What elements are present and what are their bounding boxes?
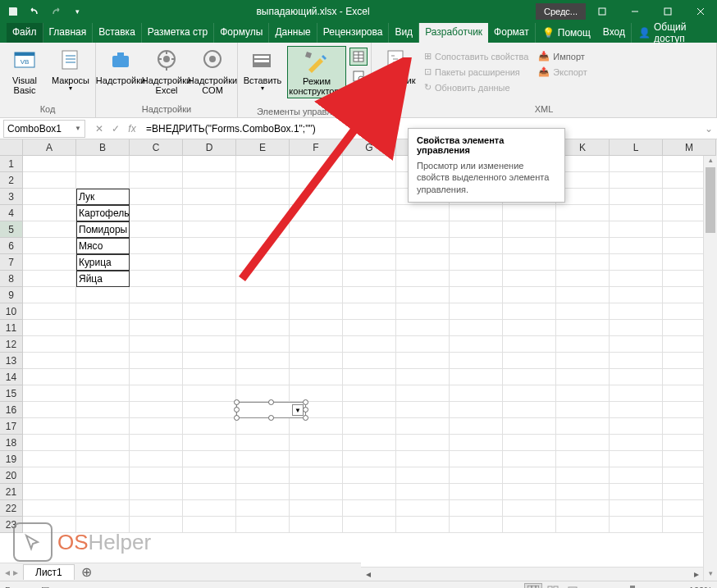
cell[interactable] — [183, 418, 236, 435]
cell[interactable] — [290, 517, 343, 533]
row-header[interactable]: 11 — [0, 320, 23, 336]
cell[interactable] — [396, 402, 450, 418]
zoom-level[interactable]: 100% — [689, 586, 712, 589]
page-layout-view-icon[interactable] — [544, 583, 562, 589]
cell[interactable] — [290, 451, 343, 467]
cell[interactable] — [183, 238, 236, 254]
addins-button[interactable]: Надстройки — [99, 46, 142, 87]
cell[interactable] — [503, 271, 556, 287]
cell[interactable] — [23, 287, 76, 303]
cell[interactable] — [130, 500, 183, 517]
row-header[interactable]: 3 — [0, 189, 23, 205]
cell[interactable] — [556, 238, 610, 254]
cell[interactable] — [183, 336, 236, 353]
cell[interactable] — [610, 320, 663, 336]
cell[interactable] — [450, 402, 503, 418]
cell[interactable] — [290, 385, 343, 402]
cell[interactable] — [290, 271, 343, 287]
cell[interactable] — [236, 205, 290, 221]
cell[interactable] — [503, 254, 556, 271]
cell[interactable] — [450, 353, 503, 369]
cell[interactable] — [343, 205, 396, 221]
scroll-down-icon[interactable]: ▾ — [704, 569, 717, 581]
cell[interactable] — [610, 418, 663, 435]
cell[interactable] — [183, 287, 236, 303]
cell[interactable] — [450, 303, 503, 320]
cell[interactable] — [610, 189, 663, 205]
cell[interactable] — [396, 336, 450, 353]
cell[interactable] — [610, 254, 663, 271]
col-header[interactable]: G — [343, 139, 396, 156]
cell[interactable] — [503, 500, 556, 517]
cell[interactable] — [290, 418, 343, 435]
contextual-tab-label[interactable]: Средс... — [536, 3, 586, 20]
row-header[interactable]: 8 — [0, 271, 23, 287]
cell[interactable] — [130, 451, 183, 467]
cell[interactable] — [130, 254, 183, 271]
cell[interactable] — [76, 385, 130, 402]
cell[interactable] — [183, 156, 236, 172]
cell[interactable] — [23, 500, 76, 517]
cell[interactable]: Курица — [76, 254, 130, 271]
cell[interactable] — [236, 418, 290, 435]
cell[interactable] — [556, 451, 610, 467]
cell[interactable] — [450, 287, 503, 303]
cell[interactable] — [23, 238, 76, 254]
excel-addins-button[interactable]: Надстройки Excel — [145, 46, 188, 97]
cell[interactable] — [450, 385, 503, 402]
row-header[interactable]: 7 — [0, 254, 23, 271]
cell[interactable] — [23, 451, 76, 467]
cell[interactable] — [290, 156, 343, 172]
col-header[interactable]: E — [236, 139, 290, 156]
cell[interactable] — [396, 369, 450, 385]
cell[interactable] — [290, 287, 343, 303]
cell[interactable] — [396, 320, 450, 336]
cell[interactable] — [503, 336, 556, 353]
horizontal-scrollbar[interactable]: ◂ ▸ — [361, 567, 703, 581]
macros-button[interactable]: Макросы ▾ — [49, 46, 92, 94]
cell[interactable] — [450, 418, 503, 435]
cell[interactable] — [130, 484, 183, 500]
cell[interactable] — [610, 451, 663, 467]
cell[interactable] — [450, 320, 503, 336]
cell[interactable] — [396, 254, 450, 271]
refresh-button[interactable]: ↻Обновить данные — [421, 80, 532, 94]
tell-me[interactable]: 💡Помощ — [536, 23, 597, 43]
row-header[interactable]: 14 — [0, 369, 23, 385]
cell[interactable] — [450, 435, 503, 451]
col-header[interactable]: B — [76, 139, 130, 156]
sheet-tab[interactable]: Лист1 — [23, 564, 75, 580]
row-header[interactable]: 16 — [0, 402, 23, 418]
cell[interactable]: Мясо — [76, 238, 130, 254]
cell[interactable] — [236, 484, 290, 500]
cell[interactable] — [556, 402, 610, 418]
cell[interactable] — [396, 221, 450, 238]
sheet-prev-icon[interactable]: ◂ — [5, 567, 10, 578]
cell[interactable] — [610, 172, 663, 189]
cell[interactable] — [290, 336, 343, 353]
properties-button[interactable] — [349, 48, 368, 66]
cell[interactable] — [450, 517, 503, 533]
cell[interactable] — [183, 189, 236, 205]
cell[interactable] — [236, 172, 290, 189]
row-header[interactable]: 22 — [0, 500, 23, 517]
cell[interactable] — [556, 517, 610, 533]
resize-handle[interactable] — [303, 399, 308, 405]
cell[interactable] — [130, 172, 183, 189]
cell[interactable] — [556, 287, 610, 303]
row-header[interactable]: 6 — [0, 238, 23, 254]
cell[interactable] — [556, 254, 610, 271]
cell[interactable] — [290, 221, 343, 238]
cell[interactable] — [236, 517, 290, 533]
cell[interactable] — [23, 385, 76, 402]
cell[interactable] — [503, 320, 556, 336]
resize-handle[interactable] — [303, 407, 308, 413]
select-all-corner[interactable] — [0, 139, 23, 156]
cell[interactable] — [130, 271, 183, 287]
scroll-left-icon[interactable]: ◂ — [361, 567, 375, 581]
cell[interactable] — [396, 435, 450, 451]
cell[interactable] — [343, 336, 396, 353]
cell[interactable] — [610, 369, 663, 385]
cell[interactable] — [76, 418, 130, 435]
source-button[interactable]: Источник — [375, 46, 418, 87]
